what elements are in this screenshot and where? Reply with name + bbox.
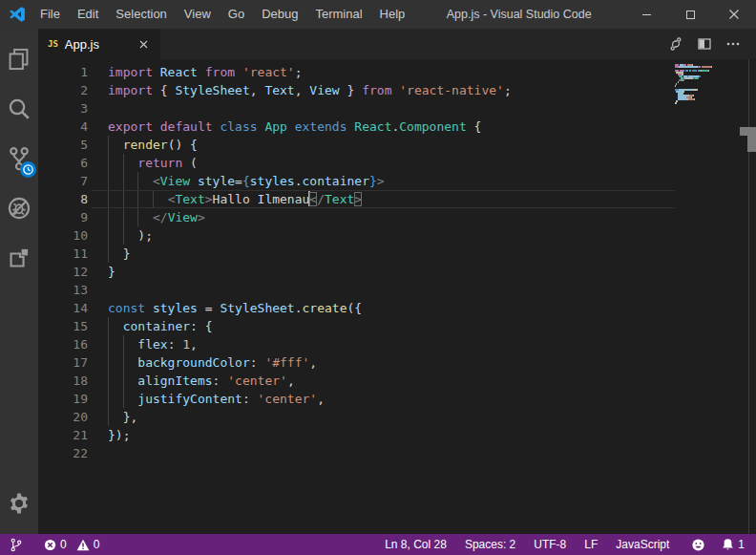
line-number[interactable]: 11	[38, 245, 88, 263]
code-token: <	[309, 192, 317, 206]
line-number[interactable]: 8	[38, 190, 88, 208]
menu-edit[interactable]: Edit	[69, 0, 107, 29]
line-number[interactable]: 1	[38, 63, 88, 81]
code-line[interactable]: 4export default class App extends React.…	[38, 117, 756, 136]
line-number[interactable]: 6	[38, 154, 88, 172]
menu-go[interactable]: Go	[220, 0, 253, 29]
menu-terminal[interactable]: Terminal	[306, 0, 370, 29]
scrollbar-handle-notch[interactable]	[740, 127, 747, 136]
problems-indicator[interactable]: 0 0	[42, 538, 101, 551]
code-content: });	[108, 426, 756, 444]
git-branch-indicator[interactable]	[8, 538, 24, 552]
indent-guide	[123, 226, 124, 245]
line-number[interactable]: 10	[38, 226, 88, 245]
line-number[interactable]: 16	[38, 335, 88, 353]
code-line[interactable]: 2import { StyleSheet, Text, View } from …	[38, 81, 756, 99]
line-number[interactable]: 20	[38, 408, 88, 426]
code-token: ;	[504, 83, 512, 97]
close-button[interactable]	[712, 0, 756, 29]
code-line[interactable]: 8 <Text>Hallo Ilmenau</Text>	[38, 190, 756, 208]
sidebar-item-explorer[interactable]	[0, 34, 38, 84]
code-line[interactable]: 22	[38, 444, 756, 462]
line-number[interactable]: 22	[38, 444, 88, 462]
line-number[interactable]: 2	[38, 81, 88, 99]
line-number[interactable]: 18	[38, 372, 88, 390]
code-line[interactable]: 11 }	[38, 245, 756, 263]
feedback-button[interactable]	[689, 538, 707, 552]
code-line[interactable]: 15 container: {	[38, 317, 756, 335]
code-line[interactable]: 12}	[38, 263, 756, 281]
sidebar-item-source-control[interactable]	[0, 134, 38, 183]
split-editor-button[interactable]	[695, 34, 714, 53]
code-token	[153, 65, 160, 79]
menu-selection[interactable]: Selection	[107, 0, 175, 29]
code-line[interactable]: 21});	[38, 426, 756, 444]
indent-guide	[123, 353, 124, 372]
status-item[interactable]: Spaces: 2	[463, 538, 517, 551]
line-number[interactable]: 17	[38, 353, 88, 372]
line-number[interactable]: 19	[38, 390, 88, 408]
line-number[interactable]: 15	[38, 317, 88, 335]
open-changes-button[interactable]	[666, 34, 685, 53]
line-number[interactable]: 4	[38, 117, 88, 136]
code-token: styles	[153, 301, 198, 315]
code-line[interactable]: 6 return (	[38, 154, 756, 172]
menu-help[interactable]: Help	[371, 0, 414, 29]
code-token: :	[250, 355, 265, 370]
code-token: React	[354, 119, 391, 134]
minimap[interactable]	[675, 64, 734, 106]
line-number[interactable]: 7	[38, 172, 88, 190]
code-line[interactable]: 7 <View style={styles.container}>	[38, 172, 756, 190]
code-line[interactable]: 9 </View>	[38, 208, 756, 226]
indent-guide	[108, 390, 109, 408]
code-line[interactable]: 5 render() {	[38, 136, 756, 154]
code-line[interactable]: 14const styles = StyleSheet.create({	[38, 299, 756, 317]
menu-debug[interactable]: Debug	[253, 0, 306, 29]
status-item[interactable]: Ln 8, Col 28	[383, 538, 449, 551]
code-token	[198, 65, 205, 79]
status-item[interactable]: LF	[582, 538, 599, 551]
code-token: :	[213, 374, 228, 388]
line-number[interactable]: 14	[38, 299, 88, 317]
indent-guide	[137, 208, 138, 226]
line-number[interactable]: 12	[38, 263, 88, 281]
code-line[interactable]: 20 },	[38, 408, 756, 426]
menu-view[interactable]: View	[176, 0, 220, 29]
code-line[interactable]: 17 backgroundColor: '#fff',	[38, 353, 756, 372]
notifications-button[interactable]: 1	[720, 538, 746, 551]
code-token: ;	[295, 65, 303, 79]
tab-close-button[interactable]	[136, 36, 151, 52]
line-number[interactable]: 3	[38, 99, 88, 117]
status-item[interactable]: JavaScript	[614, 538, 671, 551]
scrollbar-handle[interactable]	[747, 127, 756, 152]
code-editor[interactable]: 1import React from 'react';2import { Sty…	[38, 59, 756, 534]
maximize-button[interactable]	[668, 0, 712, 29]
sidebar-item-debug[interactable]	[0, 183, 38, 233]
menu-file[interactable]: File	[32, 0, 69, 29]
tab-appjs[interactable]: JS App.js	[38, 29, 160, 59]
minimize-button[interactable]	[624, 0, 668, 29]
code-line[interactable]: 3	[38, 99, 756, 117]
code-line[interactable]: 19 justifyContent: 'center',	[38, 390, 756, 408]
code-line[interactable]: 18 alignItems: 'center',	[38, 372, 756, 390]
status-item[interactable]: UTF-8	[532, 538, 568, 551]
sidebar-item-search[interactable]	[0, 84, 38, 134]
code-content: </View>	[108, 208, 756, 226]
code-line[interactable]: 10 );	[38, 226, 756, 245]
code-token: <	[153, 174, 160, 188]
code-token: (	[182, 156, 198, 170]
line-number[interactable]: 9	[38, 208, 88, 226]
code-line[interactable]: 1import React from 'react';	[38, 63, 756, 81]
code-line[interactable]: 16 flex: 1,	[38, 335, 756, 353]
status-right: Ln 8, Col 28Spaces: 2UTF-8LFJavaScript 1	[383, 538, 746, 552]
settings-button[interactable]	[0, 479, 38, 528]
sidebar-item-extensions[interactable]	[0, 233, 38, 283]
indent-guide	[108, 408, 109, 426]
split-editor-icon	[697, 36, 712, 52]
line-number[interactable]: 5	[38, 136, 88, 154]
code-token	[145, 301, 153, 315]
line-number[interactable]: 13	[38, 281, 88, 299]
line-number[interactable]: 21	[38, 426, 88, 444]
more-actions-button[interactable]	[724, 34, 743, 53]
code-line[interactable]: 13	[38, 281, 756, 299]
